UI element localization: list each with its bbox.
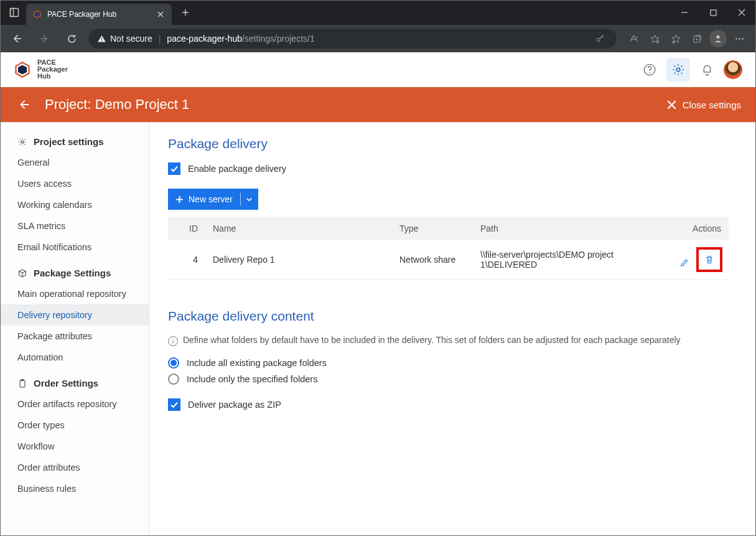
delete-button[interactable]	[702, 253, 716, 266]
close-settings-label: Close settings	[683, 100, 741, 110]
col-path[interactable]: Path	[473, 217, 648, 240]
svg-point-13	[742, 38, 743, 39]
sidebar-group-order-settings: Order Settings	[0, 373, 149, 393]
sidebar-item-sla-metrics[interactable]: SLA metrics	[0, 215, 149, 237]
cell-path: \\file-server\projects\DEMO project 1\DE…	[473, 240, 648, 280]
edit-button[interactable]	[678, 256, 691, 270]
collections-icon[interactable]	[686, 28, 707, 49]
nav-back-button[interactable]	[6, 28, 27, 49]
col-type[interactable]: Type	[392, 217, 473, 240]
section-title-delivery-content: Package delivery content	[168, 309, 729, 324]
user-avatar[interactable]	[724, 60, 742, 79]
svg-point-12	[739, 38, 740, 39]
address-bar[interactable]: Not secure | pace-packager-hub/settings/…	[88, 29, 617, 49]
radio-include-all-input[interactable]	[168, 357, 179, 369]
help-button[interactable]	[638, 58, 661, 82]
sidebar-item-workflow[interactable]: Workflow	[0, 436, 149, 457]
section-title-delivery: Package delivery	[168, 136, 729, 151]
cell-name: Delivery Repo 1	[205, 240, 392, 280]
svg-marker-15	[18, 65, 27, 74]
favorites-bar-icon[interactable]	[665, 28, 686, 49]
sidebar-item-email-notifications[interactable]: Email Notifications	[0, 237, 149, 258]
page-title: Project: Demo Project 1	[45, 96, 189, 113]
main-content: Package delivery Enable package delivery…	[149, 123, 756, 536]
sidebar-item-order-artifacts[interactable]: Order artifacts repository	[0, 393, 149, 415]
browser-toolbar: Not secure | pace-packager-hub/settings/…	[0, 25, 756, 52]
sidebar-item-order-types[interactable]: Order types	[0, 415, 149, 436]
sidebar-group-project-settings: Project settings	[0, 131, 149, 152]
enable-delivery-row[interactable]: Enable package delivery	[168, 162, 729, 175]
security-text: Not secure	[110, 34, 152, 44]
tab-close-button[interactable]	[156, 9, 166, 19]
package-icon	[17, 268, 27, 278]
sidebar-item-general[interactable]: General	[0, 152, 149, 173]
back-button[interactable]	[15, 96, 32, 113]
window-close-button[interactable]	[727, 0, 756, 25]
table-row[interactable]: 4 Delivery Repo 1 Network share \\file-s…	[168, 240, 729, 280]
svg-rect-6	[101, 40, 102, 41]
svg-point-10	[716, 35, 719, 39]
svg-point-17	[649, 72, 650, 73]
info-icon: i	[168, 336, 178, 346]
window-minimize-button[interactable]	[670, 0, 699, 25]
new-tab-button[interactable]	[177, 4, 194, 21]
sidebar-item-working-calendars[interactable]: Working calendars	[0, 194, 149, 215]
radio-include-specified[interactable]: Include only the specified folders	[168, 374, 729, 385]
gear-icon	[17, 137, 27, 147]
pencil-icon	[679, 258, 689, 268]
sidebar-item-delivery-repo[interactable]: Delivery repository	[0, 304, 149, 326]
sidebar-item-main-repo[interactable]: Main operational repository	[0, 283, 149, 304]
cell-type: Network share	[392, 240, 473, 280]
nav-refresh-button[interactable]	[61, 28, 82, 49]
col-name[interactable]: Name	[205, 217, 392, 240]
info-row: i Define what folders by default have to…	[168, 335, 729, 346]
deliver-zip-label: Deliver package as ZIP	[188, 400, 281, 410]
new-server-label: New server	[189, 194, 233, 204]
deliver-zip-checkbox[interactable]	[168, 398, 180, 411]
svg-point-19	[21, 141, 24, 143]
favorites-star-icon[interactable]	[644, 28, 665, 49]
deliver-zip-row[interactable]: Deliver package as ZIP	[168, 398, 729, 411]
chevron-down-icon	[246, 196, 253, 203]
svg-rect-0	[11, 9, 19, 17]
new-server-button[interactable]: New server	[168, 189, 258, 210]
window-controls	[670, 0, 756, 25]
cell-id: 4	[168, 240, 205, 280]
trash-icon	[704, 254, 714, 265]
sidebar-item-business-rules[interactable]: Business rules	[0, 478, 149, 499]
sidebar-item-order-attrs[interactable]: Order attributes	[0, 457, 149, 478]
close-settings-button[interactable]: Close settings	[667, 100, 741, 110]
logo-text: PACE Packager Hub	[37, 59, 68, 80]
col-id[interactable]: ID	[168, 217, 205, 240]
cell-actions	[648, 240, 729, 280]
new-server-dropdown[interactable]	[241, 196, 258, 203]
svg-rect-4	[711, 10, 716, 16]
profile-button[interactable]	[707, 28, 729, 49]
notifications-button[interactable]	[695, 58, 719, 82]
radio-include-specified-input[interactable]	[168, 374, 179, 385]
info-text: Define what folders by default have to b…	[183, 335, 681, 345]
url-path: /settings/projects/1	[242, 34, 315, 44]
tab-favicon-icon	[32, 9, 42, 19]
app-logo[interactable]: PACE Packager Hub	[14, 59, 68, 80]
sidebar-item-users-access[interactable]: Users access	[0, 173, 149, 194]
tabs-overview-icon[interactable]	[4, 2, 25, 22]
read-aloud-icon[interactable]	[623, 28, 644, 49]
sidebar-item-package-attrs[interactable]: Package attributes	[0, 326, 149, 347]
browser-tab-strip: PACE Packager Hub	[0, 0, 756, 25]
radio-include-all[interactable]: Include all existing package folders	[168, 357, 729, 369]
settings-button[interactable]	[666, 58, 690, 82]
check-icon	[170, 400, 179, 409]
sidebar-item-automation[interactable]: Automation	[0, 347, 149, 368]
url-text: pace-packager-hub/settings/projects/1	[167, 34, 314, 44]
key-icon[interactable]	[593, 34, 608, 44]
nav-forward-button	[34, 28, 55, 49]
browser-tab[interactable]: PACE Packager Hub	[26, 4, 172, 25]
enable-delivery-checkbox[interactable]	[168, 162, 180, 175]
url-host: pace-packager-hub	[167, 34, 242, 44]
security-badge[interactable]: Not secure	[97, 34, 152, 44]
window-maximize-button[interactable]	[699, 0, 727, 25]
more-menu-icon[interactable]	[729, 28, 750, 49]
app-header: PACE Packager Hub	[0, 52, 756, 87]
sidebar-group-package-settings: Package Settings	[0, 263, 149, 283]
